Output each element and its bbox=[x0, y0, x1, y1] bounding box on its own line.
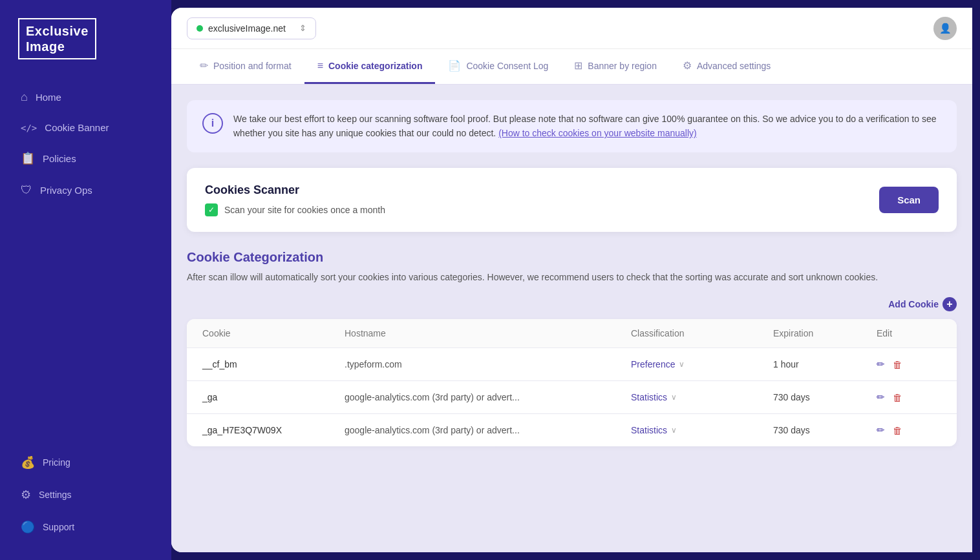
cookie-name: _ga bbox=[202, 392, 345, 402]
hostname: .typeform.com bbox=[345, 359, 631, 369]
chevron-down-icon[interactable]: ∨ bbox=[671, 393, 677, 402]
expiration: 1 hour bbox=[773, 359, 877, 369]
delete-icon[interactable]: 🗑 bbox=[893, 392, 902, 403]
pricing-icon: 💰 bbox=[21, 455, 35, 470]
sidebar-nav: ⌂ Home </> Cookie Banner 📋 Policies 🛡 Pr… bbox=[0, 83, 171, 448]
settings-icon: ⚙ bbox=[21, 488, 31, 502]
policies-icon: 📋 bbox=[21, 151, 35, 165]
scan-button[interactable]: Scan bbox=[879, 187, 939, 213]
gear-icon: ⚙ bbox=[683, 59, 692, 72]
sidebar-item-cookie-banner[interactable]: </> Cookie Banner bbox=[10, 114, 161, 141]
shield-icon: 🛡 bbox=[21, 183, 32, 197]
edit-icon[interactable]: ✏ bbox=[877, 391, 885, 403]
classification-label: Preference bbox=[631, 359, 675, 369]
col-header-expiration: Expiration bbox=[773, 328, 877, 338]
list-icon: ≡ bbox=[317, 60, 323, 72]
sidebar-item-label: Policies bbox=[43, 153, 76, 164]
sidebar-item-label: Settings bbox=[39, 490, 72, 500]
classification-cell: Statistics ∨ bbox=[631, 425, 773, 435]
add-cookie-button[interactable]: Add Cookie + bbox=[888, 297, 957, 311]
sidebar-item-label: Privacy Ops bbox=[40, 185, 92, 196]
main-content: exclusiveImage.net ⇕ 👤 ✏ Position and fo… bbox=[171, 8, 972, 552]
domain-status-dot bbox=[197, 25, 203, 32]
sidebar-item-privacy-ops[interactable]: 🛡 Privacy Ops bbox=[10, 176, 161, 205]
app-logo: Exclusive Image bbox=[18, 18, 96, 59]
sidebar-item-label: Support bbox=[43, 522, 74, 532]
home-icon: ⌂ bbox=[21, 90, 28, 104]
grid-icon: ⊞ bbox=[574, 59, 582, 72]
expiration: 730 days bbox=[773, 392, 877, 402]
tab-position-format[interactable]: ✏ Position and format bbox=[187, 49, 304, 84]
sidebar-item-home[interactable]: ⌂ Home bbox=[10, 83, 161, 112]
section-title: Cookie Categorization bbox=[187, 250, 957, 265]
classification-label: Statistics bbox=[631, 392, 667, 402]
table-row: _ga google-analytics.com (3rd party) or … bbox=[187, 381, 957, 414]
document-icon: 📄 bbox=[448, 59, 461, 72]
add-cookie-label: Add Cookie bbox=[888, 299, 939, 309]
edit-cell: ✏ 🗑 bbox=[877, 358, 941, 370]
sidebar-bottom-nav: 💰 Pricing ⚙ Settings 🔵 Support bbox=[0, 448, 171, 542]
user-avatar[interactable]: 👤 bbox=[933, 17, 957, 40]
tabs-bar: ✏ Position and format ≡ Cookie categoriz… bbox=[171, 49, 972, 85]
scanner-left: Cookies Scanner ✓ Scan your site for coo… bbox=[205, 183, 385, 216]
col-header-cookie: Cookie bbox=[202, 328, 345, 338]
cookie-name: _ga_H7E3Q7W09X bbox=[202, 425, 345, 435]
edit-cell: ✏ 🗑 bbox=[877, 391, 941, 403]
col-header-edit: Edit bbox=[877, 328, 941, 338]
tab-banner-by-region[interactable]: ⊞ Banner by region bbox=[561, 49, 670, 84]
edit-icon: ✏ bbox=[200, 59, 208, 72]
scanner-checkbox-row: ✓ Scan your site for cookies once a mont… bbox=[205, 203, 385, 216]
domain-text: exclusiveImage.net bbox=[208, 23, 286, 34]
col-header-classification: Classification bbox=[631, 328, 773, 338]
hostname: google-analytics.com (3rd party) or adve… bbox=[345, 425, 631, 435]
sidebar-item-pricing[interactable]: 💰 Pricing bbox=[10, 448, 161, 477]
chevron-down-icon[interactable]: ∨ bbox=[671, 426, 677, 435]
delete-icon[interactable]: 🗑 bbox=[893, 425, 902, 436]
sidebar-item-support[interactable]: 🔵 Support bbox=[10, 512, 161, 542]
info-link[interactable]: (How to check cookies on your website ma… bbox=[498, 128, 697, 138]
hostname: google-analytics.com (3rd party) or adve… bbox=[345, 392, 631, 402]
chevron-down-icon: ⇕ bbox=[299, 23, 306, 33]
scanner-checkbox-label: Scan your site for cookies once a month bbox=[224, 205, 385, 215]
info-banner: i We take our best effort to keep our sc… bbox=[187, 100, 957, 152]
info-text: We take our best effort to keep our scan… bbox=[233, 112, 941, 141]
sidebar-item-label: Cookie Banner bbox=[45, 122, 109, 133]
topbar: exclusiveImage.net ⇕ 👤 bbox=[171, 8, 972, 49]
delete-icon[interactable]: 🗑 bbox=[893, 359, 902, 370]
section-description: After scan illow will automatically sort… bbox=[187, 270, 957, 284]
edit-icon[interactable]: ✏ bbox=[877, 424, 885, 436]
sidebar: Exclusive Image ⌂ Home </> Cookie Banner… bbox=[0, 0, 171, 560]
table-row: _ga_H7E3Q7W09X google-analytics.com (3rd… bbox=[187, 414, 957, 446]
content-area: i We take our best effort to keep our sc… bbox=[171, 85, 972, 552]
sidebar-item-label: Pricing bbox=[43, 457, 70, 468]
table-row: __cf_bm .typeform.com Preference ∨ 1 hou… bbox=[187, 348, 957, 381]
sidebar-item-policies[interactable]: 📋 Policies bbox=[10, 143, 161, 173]
classification-label: Statistics bbox=[631, 425, 667, 435]
table-header: Cookie Hostname Classification Expiratio… bbox=[187, 319, 957, 348]
code-icon: </> bbox=[21, 123, 37, 133]
chevron-down-icon[interactable]: ∨ bbox=[679, 360, 685, 369]
logo-area: Exclusive Image bbox=[0, 18, 171, 83]
classification-cell: Statistics ∨ bbox=[631, 392, 773, 402]
tab-cookie-consent-log[interactable]: 📄 Cookie Consent Log bbox=[435, 49, 561, 84]
tab-advanced-settings[interactable]: ⚙ Advanced settings bbox=[670, 49, 783, 84]
cookie-table: Cookie Hostname Classification Expiratio… bbox=[187, 319, 957, 446]
add-cookie-row: Add Cookie + bbox=[187, 297, 957, 311]
classification-cell: Preference ∨ bbox=[631, 359, 773, 369]
sidebar-item-settings[interactable]: ⚙ Settings bbox=[10, 480, 161, 510]
info-icon: i bbox=[202, 113, 223, 134]
scanner-card: Cookies Scanner ✓ Scan your site for coo… bbox=[187, 168, 957, 232]
tab-cookie-categorization[interactable]: ≡ Cookie categorization bbox=[304, 49, 436, 84]
checkbox-checked[interactable]: ✓ bbox=[205, 203, 218, 216]
plus-icon: + bbox=[943, 297, 957, 311]
edit-icon[interactable]: ✏ bbox=[877, 358, 885, 370]
cookie-name: __cf_bm bbox=[202, 359, 345, 369]
support-icon: 🔵 bbox=[21, 520, 35, 534]
scanner-title: Cookies Scanner bbox=[205, 183, 385, 197]
edit-cell: ✏ 🗑 bbox=[877, 424, 941, 436]
sidebar-item-label: Home bbox=[36, 92, 61, 103]
domain-selector[interactable]: exclusiveImage.net ⇕ bbox=[187, 17, 316, 39]
col-header-hostname: Hostname bbox=[345, 328, 631, 338]
expiration: 730 days bbox=[773, 425, 877, 435]
